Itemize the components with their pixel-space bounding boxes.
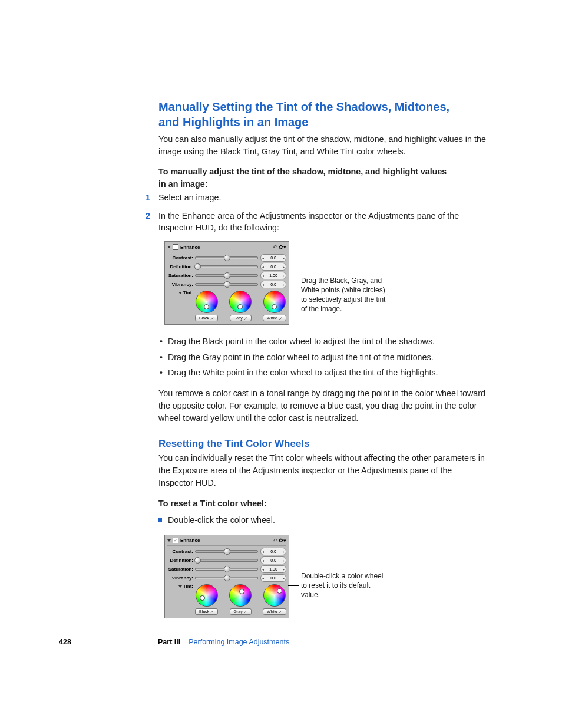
step-text: In the Enhance area of the Adjustments i… xyxy=(158,211,459,233)
step-number: 1 xyxy=(146,192,150,204)
step-1: 1 Select an image. xyxy=(158,192,488,204)
saturation-row: Saturation: ◂1.00▸ xyxy=(167,272,286,279)
saturation-slider[interactable] xyxy=(195,274,258,277)
figure-2: Enhance ↶ ✿▾ Contrast:◂0.0▸ Definition:◂… xyxy=(164,535,488,618)
enhance-checkbox[interactable] xyxy=(173,538,178,543)
section-heading: Manually Setting the Tint of the Shadows… xyxy=(158,99,488,130)
disclosure-triangle-icon[interactable] xyxy=(167,539,171,542)
figure1-callout: Drag the Black, Gray, and White points (… xyxy=(289,276,389,314)
black-eyedropper-button[interactable]: Black xyxy=(195,315,218,321)
sub-bullets: Drag the Black point in the color wheel … xyxy=(158,335,488,379)
subsection-heading: Resetting the Tint Color Wheels xyxy=(158,438,488,450)
tint-row: Tint: Black Gray White xyxy=(167,289,286,321)
eyedropper-icon xyxy=(244,317,247,320)
gear-icon[interactable]: ✿▾ xyxy=(279,538,286,543)
saturation-value[interactable]: ◂1.00▸ xyxy=(260,565,286,573)
panel-header: Enhance ↶ ✿▾ xyxy=(167,537,286,546)
tint-disclosure-icon[interactable] xyxy=(178,585,182,588)
contrast-slider[interactable] xyxy=(195,256,258,259)
vibrancy-slider[interactable] xyxy=(195,577,258,579)
saturation-slider[interactable] xyxy=(195,568,258,571)
panel-header: Enhance ↶ ✿▾ xyxy=(167,243,286,252)
vibrancy-label: Vibrancy: xyxy=(167,282,195,287)
definition-value[interactable]: ◂0.0▸ xyxy=(260,556,286,564)
bullet-white: Drag the White point in the color wheel … xyxy=(158,367,488,379)
panel-title: Enhance xyxy=(180,245,200,250)
white-eyedropper-button[interactable]: White xyxy=(263,315,286,321)
reset-intro-paragraph: You can individually reset the Tint colo… xyxy=(158,452,488,489)
definition-row: Definition: ◂0.0▸ xyxy=(167,263,286,271)
task2-steps: Double-click the color wheel. xyxy=(158,514,488,526)
black-eyedropper-button[interactable]: Black xyxy=(195,608,218,615)
reset-icon[interactable]: ↶ xyxy=(273,244,277,250)
chapter-label: Performing Image Adjustments xyxy=(189,638,289,646)
part-label: Part III xyxy=(158,638,180,646)
figure2-callout: Double-click a color wheel to reset it t… xyxy=(289,571,389,600)
tint-label: Tint: xyxy=(183,290,193,295)
gray-eyedropper-button[interactable]: Gray xyxy=(230,608,252,615)
bullet-gray: Drag the Gray point in the color wheel t… xyxy=(158,351,488,364)
eyedropper-icon xyxy=(210,610,214,613)
reset-icon[interactable]: ↶ xyxy=(273,538,277,543)
white-tint-wheel[interactable] xyxy=(263,584,286,607)
eyedropper-icon xyxy=(244,610,247,613)
white-tint-wheel[interactable] xyxy=(263,291,286,313)
contrast-value[interactable]: ◂0.0▸ xyxy=(260,254,286,262)
tint-disclosure-icon[interactable] xyxy=(178,292,182,294)
heading-line1: Manually Setting the Tint of the Shadows… xyxy=(158,100,449,113)
main-content: Manually Setting the Tint of the Shadows… xyxy=(158,99,488,629)
contrast-slider[interactable] xyxy=(195,550,258,553)
vibrancy-value[interactable]: ◂0.0▸ xyxy=(260,574,286,582)
remove-cast-paragraph: You remove a color cast in a tonal range… xyxy=(158,387,488,424)
gear-icon[interactable]: ✿▾ xyxy=(279,244,286,250)
vibrancy-slider[interactable] xyxy=(195,283,258,286)
contrast-label: Contrast: xyxy=(167,255,195,261)
definition-label: Definition: xyxy=(167,264,195,269)
margin-rule xyxy=(78,0,78,678)
eyedropper-icon xyxy=(279,610,282,613)
intro-paragraph: You can also manually adjust the tint of… xyxy=(158,133,488,157)
vibrancy-row: Vibrancy: ◂0.0▸ xyxy=(167,281,286,288)
black-tint-wheel[interactable] xyxy=(196,291,218,313)
definition-value[interactable]: ◂0.0▸ xyxy=(260,263,286,271)
definition-slider[interactable] xyxy=(195,559,258,562)
page-footer: 428 Part III Performing Image Adjustment… xyxy=(59,638,471,646)
bullet-black: Drag the Black point in the color wheel … xyxy=(158,335,488,348)
saturation-value[interactable]: ◂1.00▸ xyxy=(260,272,286,279)
eyedropper-icon xyxy=(210,317,214,320)
heading-line2: and Highlights in an Image xyxy=(158,116,308,129)
enhance-panel-2: Enhance ↶ ✿▾ Contrast:◂0.0▸ Definition:◂… xyxy=(164,535,289,618)
black-tint-wheel[interactable] xyxy=(196,584,218,607)
vibrancy-value[interactable]: ◂0.0▸ xyxy=(260,281,286,288)
eyedropper-icon xyxy=(279,317,282,320)
page-number: 428 xyxy=(59,638,158,646)
contrast-value[interactable]: ◂0.0▸ xyxy=(260,548,286,555)
gray-eyedropper-button[interactable]: Gray xyxy=(230,315,252,321)
figure-1: Enhance ↶ ✿▾ Contrast: ◂0.0▸ Definition:… xyxy=(164,241,488,325)
task1-steps: 1 Select an image. 2 In the Enhance area… xyxy=(158,192,488,234)
enhance-checkbox[interactable] xyxy=(173,244,178,250)
gray-tint-wheel[interactable] xyxy=(229,584,252,607)
step-2: 2 In the Enhance area of the Adjustments… xyxy=(158,210,488,234)
step-number: 2 xyxy=(146,210,150,222)
definition-slider[interactable] xyxy=(195,265,258,268)
step-text: Select an image. xyxy=(158,193,222,202)
gray-tint-wheel[interactable] xyxy=(229,291,252,313)
contrast-row: Contrast: ◂0.0▸ xyxy=(167,254,286,262)
white-eyedropper-button[interactable]: White xyxy=(263,608,286,615)
task1-intro: To manually adjust the tint of the shado… xyxy=(158,166,488,190)
saturation-label: Saturation: xyxy=(167,273,195,278)
enhance-panel: Enhance ↶ ✿▾ Contrast: ◂0.0▸ Definition:… xyxy=(164,241,289,325)
task2-step: Double-click the color wheel. xyxy=(158,514,488,526)
task2-intro: To reset a Tint color wheel: xyxy=(158,498,488,510)
disclosure-triangle-icon[interactable] xyxy=(167,246,171,248)
panel-title: Enhance xyxy=(180,538,200,543)
